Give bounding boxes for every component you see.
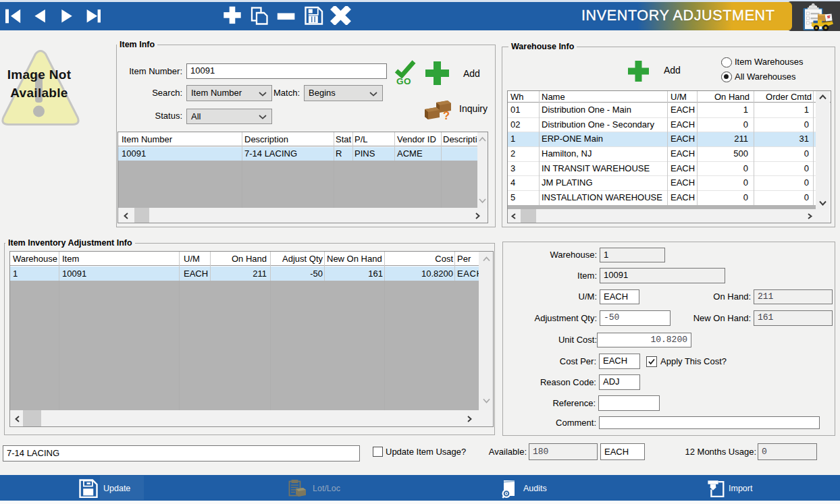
svg-text:?: ? (443, 109, 450, 121)
